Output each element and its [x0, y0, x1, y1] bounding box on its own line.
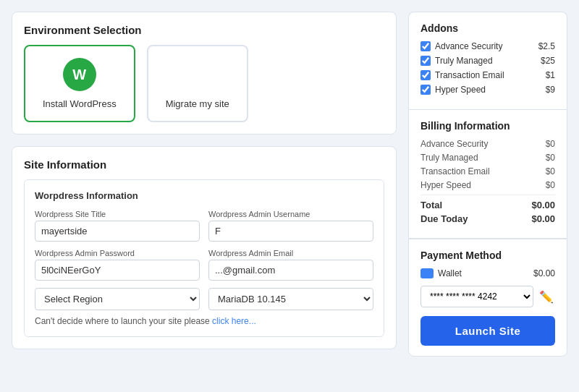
- billing-label-3: Hyper Speed: [420, 180, 471, 190]
- right-panel: Addons Advance Security $2.5 Truly Manag…: [408, 12, 567, 357]
- addons-card: Addons Advance Security $2.5 Truly Manag…: [408, 12, 567, 109]
- addons-title: Addons: [420, 22, 555, 34]
- env-options: W Install WordPress Migrate my site: [24, 45, 384, 122]
- addon-row-1: Truly Managed $25: [420, 56, 555, 66]
- wallet-amount: $0.00: [533, 268, 555, 278]
- left-panel: Environment Selection W Install WordPres…: [12, 12, 397, 357]
- wp-info-title: Worpdress Information: [35, 190, 373, 201]
- addon-checkbox-0[interactable]: [420, 41, 431, 51]
- env-option-migrate[interactable]: Migrate my site: [147, 45, 248, 122]
- addon-row-3: Hyper Speed $9: [420, 85, 555, 95]
- admin-username-group: Wordpress Admin Username: [208, 210, 373, 242]
- total-label: Total: [420, 200, 442, 210]
- hint-link[interactable]: click here...: [212, 316, 256, 326]
- addon-price-3: $9: [546, 85, 555, 95]
- env-section-title: Environment Selection: [24, 24, 384, 36]
- migrate-placeholder-icon: [181, 58, 214, 91]
- wp-info-box: Worpdress Information Wordpress Site Tit…: [24, 179, 384, 337]
- form-row-2: Wordpress Admin Password Wordpress Admin…: [35, 249, 373, 281]
- billing-row-2: Transaction Email $0: [420, 166, 555, 176]
- addon-checkbox-2[interactable]: [420, 70, 431, 80]
- site-info-title: Site Information: [24, 158, 384, 171]
- billing-value-3: $0: [546, 180, 555, 190]
- addon-price-0: $2.5: [538, 41, 555, 51]
- admin-email-input[interactable]: [208, 260, 373, 281]
- site-information-card: Site Information Worpdress Information W…: [12, 146, 397, 349]
- billing-value-2: $0: [546, 166, 555, 176]
- db-select-group: MariaDB 10.145 MariaDB 10.6 MySQL 8.0: [208, 288, 373, 310]
- wallet-label: Wallet: [438, 268, 462, 278]
- env-option-install-wp[interactable]: W Install WordPress: [24, 45, 135, 122]
- admin-username-input[interactable]: [208, 221, 373, 242]
- env-option-install-wp-label: Install WordPress: [43, 98, 117, 109]
- addon-checkbox-1[interactable]: [420, 56, 431, 66]
- payment-method-title: Payment Method: [420, 250, 555, 261]
- addon-name-1: Truly Managed: [435, 56, 493, 66]
- edit-card-button[interactable]: ✏️: [538, 289, 555, 305]
- billing-row-3: Hyper Speed $0: [420, 180, 555, 190]
- billing-label-2: Transaction Email: [420, 166, 490, 176]
- region-select-group: Select Region US East US West EU West As…: [35, 288, 200, 310]
- addon-price-2: $1: [546, 70, 555, 80]
- form-row-1: Wordpress Site Title Wordpress Admin Use…: [35, 210, 373, 242]
- billing-title: Billing Information: [420, 120, 555, 132]
- billing-label-1: Truly Managed: [420, 153, 478, 163]
- admin-password-label: Wordpress Admin Password: [35, 249, 200, 257]
- environment-selection-card: Environment Selection W Install WordPres…: [12, 12, 397, 135]
- admin-email-group: Wordpress Admin Email: [208, 249, 373, 281]
- due-today-row: Due Today $0.00: [420, 213, 555, 224]
- addon-name-3: Hyper Speed: [435, 85, 486, 95]
- site-title-group: Wordpress Site Title: [35, 210, 200, 242]
- billing-card: Billing Information Advance Security $0 …: [408, 109, 567, 239]
- due-today-label: Due Today: [420, 213, 468, 224]
- select-row: Select Region US East US West EU West As…: [35, 288, 373, 310]
- admin-password-group: Wordpress Admin Password: [35, 249, 200, 281]
- billing-row-1: Truly Managed $0: [420, 153, 555, 163]
- billing-label-0: Advance Security: [420, 139, 488, 149]
- admin-email-label: Wordpress Admin Email: [208, 249, 373, 257]
- db-select[interactable]: MariaDB 10.145 MariaDB 10.6 MySQL 8.0: [208, 288, 373, 310]
- site-title-input[interactable]: [35, 221, 200, 242]
- site-title-label: Wordpress Site Title: [35, 210, 200, 218]
- card-select-row: **** **** **** 4242 ✏️: [420, 286, 555, 307]
- launch-site-button[interactable]: Launch Site: [420, 316, 555, 346]
- env-option-migrate-label: Migrate my site: [166, 98, 229, 109]
- billing-total-row: Total $0.00: [420, 195, 555, 210]
- billing-value-0: $0: [546, 139, 555, 149]
- addon-row-0: Advance Security $2.5: [420, 41, 555, 51]
- payment-method-card: Payment Method Wallet $0.00 **** **** **…: [408, 239, 567, 357]
- region-select[interactable]: Select Region US East US West EU West As…: [35, 288, 200, 310]
- wallet-row: Wallet $0.00: [420, 268, 555, 278]
- addon-row-2: Transaction Email $1: [420, 70, 555, 80]
- addon-checkbox-3[interactable]: [420, 85, 431, 95]
- wallet-icon: [420, 268, 434, 278]
- addon-name-2: Transaction Email: [435, 70, 504, 80]
- due-today-value: $0.00: [531, 213, 555, 224]
- admin-username-label: Wordpress Admin Username: [208, 210, 373, 218]
- addon-name-0: Advance Security: [435, 41, 502, 51]
- billing-value-1: $0: [546, 153, 555, 163]
- billing-row-0: Advance Security $0: [420, 139, 555, 149]
- total-value: $0.00: [531, 200, 555, 210]
- hint-text: Can't decide where to launch your site p…: [35, 316, 373, 326]
- wordpress-icon: W: [63, 58, 96, 91]
- addon-price-1: $25: [541, 56, 555, 66]
- admin-password-input[interactable]: [35, 260, 200, 281]
- card-number-select[interactable]: **** **** **** 4242: [420, 286, 533, 307]
